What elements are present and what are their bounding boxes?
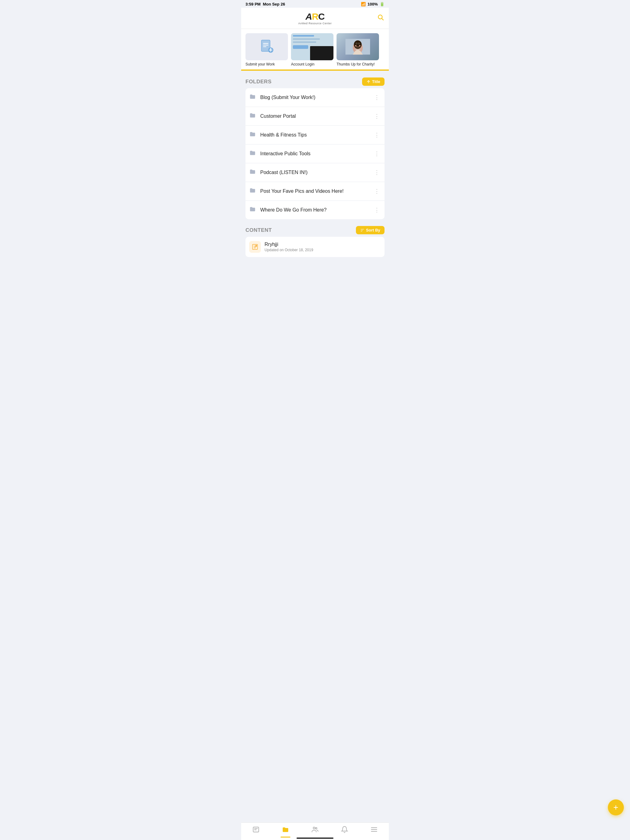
logo-subtitle: AvMed Resource Center — [298, 22, 332, 25]
folder-item-blog[interactable]: Blog (Submit Your Work!) ⋮ — [245, 88, 385, 107]
news-icon — [252, 826, 260, 835]
folder-more-customer-portal[interactable]: ⋮ — [373, 113, 381, 120]
folder-icon — [249, 93, 256, 102]
folder-icon — [249, 168, 256, 177]
tab-menu[interactable] — [367, 826, 381, 835]
logo-text: ARC — [306, 11, 324, 22]
folder-name-where-to-go: Where Do We Go From Here? — [260, 207, 373, 213]
battery-percentage: 100% — [367, 2, 378, 6]
folder-more-health-fitness[interactable]: ⋮ — [373, 132, 381, 138]
title-sort-button[interactable]: Title — [362, 77, 385, 86]
featured-item-charity[interactable]: Thumbs Up for Charity! — [337, 33, 379, 69]
folder-icon — [249, 206, 256, 214]
folder-more-fave-pics[interactable]: ⋮ — [373, 188, 381, 195]
folder-item-customer-portal[interactable]: Customer Portal ⋮ — [245, 107, 385, 126]
folder-tab-icon — [282, 826, 289, 835]
featured-thumb-charity — [337, 33, 379, 60]
svg-line-1 — [382, 19, 383, 20]
folder-more-blog[interactable]: ⋮ — [373, 94, 381, 101]
status-bar: 3:59 PM Mon Sep 26 📶 100% 🔋 — [241, 0, 389, 8]
folder-name-podcast: Podcast (LISTEN IN!) — [260, 170, 373, 175]
featured-item-account-login[interactable]: Account Login — [291, 33, 334, 69]
featured-label-account-login: Account Login — [291, 62, 314, 69]
folder-item-health-fitness[interactable]: Health & Fitness Tips ⋮ — [245, 126, 385, 145]
folder-name-interactive-tools: Interactive Public Tools — [260, 151, 373, 156]
status-time: 3:59 PM Mon Sep 26 — [245, 2, 285, 6]
content-name-rryhjji: Rryhjji — [264, 242, 381, 247]
app-logo: ARC AvMed Resource Center — [298, 11, 332, 25]
featured-thumb-submit-work — [245, 33, 288, 60]
svg-point-14 — [355, 43, 358, 44]
wifi-icon: 📶 — [361, 2, 366, 6]
tab-people[interactable] — [308, 826, 322, 835]
folder-icon — [249, 149, 256, 158]
search-button[interactable] — [377, 14, 384, 22]
folder-icon — [249, 187, 256, 196]
featured-item-submit-work[interactable]: Submit your Work — [245, 33, 288, 69]
folder-name-customer-portal: Customer Portal — [260, 114, 373, 119]
status-indicators: 📶 100% 🔋 — [361, 2, 385, 6]
content-date-rryhjji: Updated on October 18, 2019 — [264, 248, 381, 252]
app-header: ARC AvMed Resource Center — [241, 8, 389, 29]
folder-item-interactive-tools[interactable]: Interactive Public Tools ⋮ — [245, 145, 385, 163]
folder-item-where-to-go[interactable]: Where Do We Go From Here? ⋮ — [245, 201, 385, 219]
login-mock — [291, 33, 334, 60]
featured-row: Submit your Work Account Login — [241, 29, 389, 69]
folders-header: Folders Title — [245, 74, 385, 88]
folder-list: Blog (Submit Your Work!) ⋮ Customer Port… — [245, 88, 385, 219]
svg-point-17 — [359, 45, 361, 46]
people-icon — [311, 826, 319, 835]
content-sort-button[interactable]: Sort By — [356, 226, 385, 234]
folders-section: Folders Title Blog (Submit Your Work!) ⋮… — [241, 74, 389, 219]
tab-folders[interactable] — [279, 826, 292, 835]
charity-mock — [337, 33, 379, 60]
tab-news[interactable] — [249, 826, 263, 835]
content-item-rryhjji[interactable]: Rryhjji Updated on October 18, 2019 — [245, 237, 385, 257]
featured-thumb-account-login — [291, 33, 334, 60]
folder-item-podcast[interactable]: Podcast (LISTEN IN!) ⋮ — [245, 163, 385, 182]
folder-more-where-to-go[interactable]: ⋮ — [373, 207, 381, 213]
svg-point-28 — [316, 828, 317, 829]
content-section: Content Sort By Rryhjji Updated on Octob… — [241, 223, 389, 257]
folders-title: Folders — [245, 79, 272, 85]
home-indicator — [296, 838, 334, 839]
bell-icon — [341, 826, 348, 835]
content-header: Content Sort By — [245, 223, 385, 237]
folder-item-fave-pics[interactable]: Post Your Fave Pics and Videos Here! ⋮ — [245, 182, 385, 201]
content-info-rryhjji: Rryhjji Updated on October 18, 2019 — [264, 242, 381, 252]
content-file-icon — [249, 241, 261, 253]
menu-icon — [370, 826, 378, 835]
folder-icon — [249, 112, 256, 120]
folder-name-fave-pics: Post Your Fave Pics and Videos Here! — [260, 188, 373, 194]
featured-label-charity: Thumbs Up for Charity! — [337, 62, 375, 69]
folder-more-interactive-tools[interactable]: ⋮ — [373, 150, 381, 157]
svg-point-16 — [355, 45, 356, 46]
tab-active-indicator — [280, 837, 290, 838]
featured-label-submit-work: Submit your Work — [245, 62, 275, 69]
yellow-divider — [241, 69, 389, 71]
content-title: Content — [245, 227, 272, 234]
battery-icon: 🔋 — [380, 2, 385, 6]
svg-point-23 — [256, 245, 257, 246]
svg-point-15 — [358, 43, 360, 44]
svg-rect-24 — [253, 827, 259, 832]
content-list: Rryhjji Updated on October 18, 2019 — [245, 237, 385, 257]
tab-notifications[interactable] — [338, 826, 351, 835]
folder-name-health-fitness: Health & Fitness Tips — [260, 132, 373, 138]
svg-point-27 — [313, 827, 315, 829]
folder-more-podcast[interactable]: ⋮ — [373, 169, 381, 176]
folder-icon — [249, 131, 256, 139]
folder-name-blog: Blog (Submit Your Work!) — [260, 95, 373, 100]
